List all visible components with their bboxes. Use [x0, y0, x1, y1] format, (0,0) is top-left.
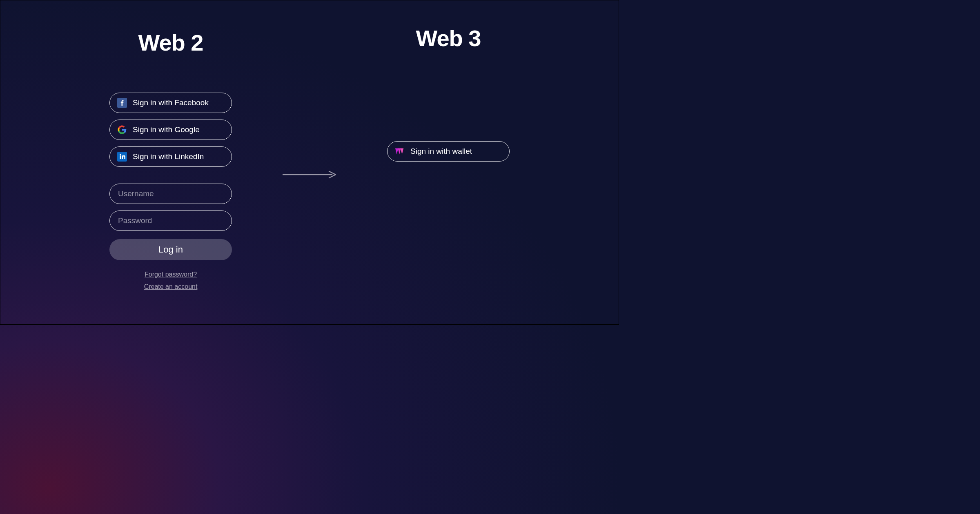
signin-linkedin-button[interactable]: Sign in with LinkedIn	[109, 146, 232, 167]
arrow-transition	[281, 171, 338, 179]
signin-facebook-button[interactable]: Sign in with Facebook	[109, 93, 232, 113]
arrow-right-icon	[281, 171, 338, 179]
comparison-diagram: Web 2 Sign in with Facebook Sign in	[0, 0, 619, 324]
wallet-icon	[395, 146, 405, 156]
web3-stack: Sign in with wallet	[387, 88, 510, 300]
login-button[interactable]: Log in	[109, 239, 232, 260]
web2-column: Web 2 Sign in with Facebook Sign in	[93, 29, 248, 295]
divider	[114, 176, 228, 176]
web2-stack: Sign in with Facebook Sign in with Googl…	[109, 93, 232, 295]
password-input[interactable]	[109, 210, 232, 231]
facebook-icon	[117, 98, 127, 108]
web3-column: Web 3 Sign in with wallet	[371, 25, 526, 300]
signin-google-label: Sign in with Google	[133, 125, 224, 134]
create-account-link[interactable]: Create an account	[144, 283, 198, 290]
web2-heading: Web 2	[138, 29, 203, 56]
signin-google-button[interactable]: Sign in with Google	[109, 120, 232, 140]
google-icon	[117, 125, 127, 135]
linkedin-icon	[117, 152, 127, 162]
signin-linkedin-label: Sign in with LinkedIn	[133, 152, 224, 161]
signin-wallet-button[interactable]: Sign in with wallet	[387, 141, 510, 162]
username-input[interactable]	[109, 184, 232, 204]
forgot-password-link[interactable]: Forgot password?	[145, 271, 197, 278]
signin-wallet-label: Sign in with wallet	[410, 147, 502, 156]
signin-facebook-label: Sign in with Facebook	[133, 98, 224, 107]
web3-heading: Web 3	[416, 25, 481, 51]
